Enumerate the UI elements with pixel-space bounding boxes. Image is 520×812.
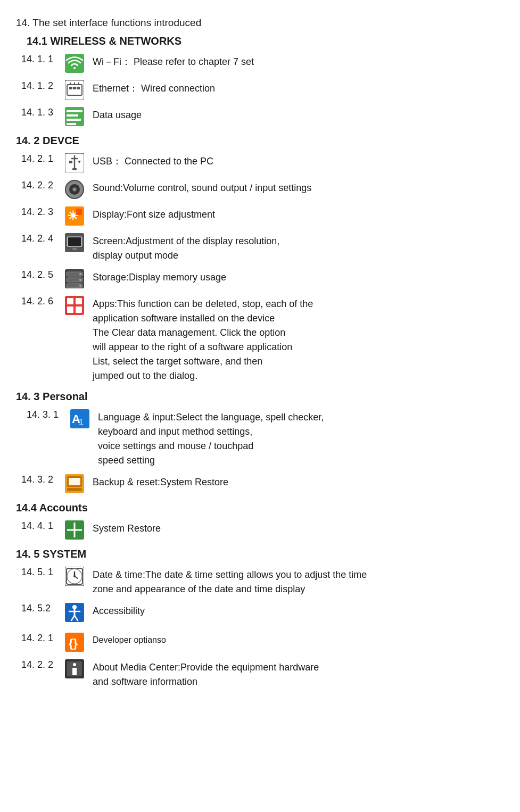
item-text-14-2-1: USB： Connected to the PC — [93, 152, 213, 169]
item-14-2-6: 14. 2. 6 Apps:This function can be delet… — [16, 295, 504, 383]
item-number-extra-1: 14. 2. 1 — [21, 632, 64, 644]
item-text-14-2-2: Sound:Volume control, sound output / inp… — [93, 179, 311, 195]
item-extra-1: 14. 2. 1 Developer optianso — [16, 632, 504, 653]
section-14-4-header: 14.4 Accounts — [16, 502, 504, 514]
developer-icon — [64, 632, 85, 653]
usb-icon — [64, 152, 85, 173]
screen-icon — [64, 232, 85, 253]
item-14-5-1: 14. 5. 1 Date & time:The date & time set… — [16, 566, 504, 596]
item-number-14-1-2: 14. 1. 2 — [21, 79, 64, 92]
accessibility-icon — [64, 602, 85, 623]
section-14-2-header: 14. 2 DEVCE — [16, 135, 504, 147]
item-text-14-2-5: Storage:Display memory usage — [93, 268, 226, 285]
item-text-14-5-2: Accessibility — [93, 602, 145, 618]
item-14-1-1: 14. 1. 1 Wi－Fi： Please refer to chapter … — [16, 53, 504, 74]
item-number-14-5-2: 14. 5.2 — [21, 602, 64, 614]
item-text-extra-1: Developer optianso — [93, 632, 166, 647]
item-text-14-2-4: Screen:Adjustment of the display resolut… — [93, 232, 279, 263]
item-extra-2: 14. 2. 2 About Media Center:Provide the … — [16, 658, 504, 689]
item-text-14-1-2: Ethernet： Wired connection — [93, 79, 215, 96]
item-14-1-2: 14. 1. 2 Ethernet： Wired connection — [16, 79, 504, 101]
item-number-14-2-5: 14. 2. 5 — [21, 268, 64, 280]
item-number-14-2-3: 14. 2. 3 — [21, 205, 64, 218]
item-14-1-3: 14. 1. 3 Data usage — [16, 106, 504, 127]
item-text-14-3-1: Language & input:Select the language, sp… — [98, 408, 324, 468]
item-14-2-5: 14. 2. 5 Storage:Display memory usage — [16, 268, 504, 289]
item-text-extra-2: About Media Center:Provide the equipment… — [93, 658, 319, 689]
section-14-1-header: 14.1 WIRELESS & NETWORKS — [27, 35, 504, 47]
item-number-14-2-1: 14. 2. 1 — [21, 152, 64, 164]
backup-icon — [64, 473, 85, 494]
item-14-5-2: 14. 5.2 Accessibility — [16, 602, 504, 623]
apps-icon — [64, 295, 85, 316]
item-14-2-4: 14. 2. 4 Screen:Adjustment of the displa… — [16, 232, 504, 263]
item-number-14-3-2: 14. 3. 2 — [21, 473, 64, 485]
item-text-14-2-3: Display:Font size adjustment — [93, 205, 215, 222]
item-number-14-2-2: 14. 2. 2 — [21, 179, 64, 191]
item-14-3-1: 14. 3. 1 Language & input:Select the lan… — [16, 408, 504, 468]
section-14-5-header: 14. 5 SYSTEM — [16, 548, 504, 560]
item-14-4-1: 14. 4. 1 System Restore — [16, 519, 504, 541]
item-number-14-1-3: 14. 1. 3 — [21, 106, 64, 118]
language-icon — [69, 408, 90, 429]
item-text-14-1-3: Data usage — [93, 106, 142, 122]
item-14-3-2: 14. 3. 2 Backup & reset:System Restore — [16, 473, 504, 494]
item-text-14-2-6: Apps:This function can be deleted, stop,… — [93, 295, 313, 383]
item-14-2-2: 14. 2. 2 Sound:Volume control, sound out… — [16, 179, 504, 200]
item-14-2-3: 14. 2. 3 Display:Font size adjustment — [16, 205, 504, 227]
item-number-14-1-1: 14. 1. 1 — [21, 53, 64, 65]
item-number-extra-2: 14. 2. 2 — [21, 658, 64, 670]
item-number-14-2-6: 14. 2. 6 — [21, 295, 64, 307]
intro-header: 14. The set interface functions introduc… — [16, 17, 504, 29]
item-number-14-5-1: 14. 5. 1 — [21, 566, 64, 578]
wifi-icon — [64, 53, 85, 74]
page-container: 14. The set interface functions introduc… — [16, 17, 504, 689]
item-number-14-4-1: 14. 4. 1 — [21, 519, 64, 532]
item-14-2-1: 14. 2. 1 USB： Connected to the PC — [16, 152, 504, 173]
datetime-icon — [64, 566, 85, 587]
about-icon — [64, 658, 85, 680]
item-text-14-1-1: Wi－Fi： Please refer to chapter 7 set — [93, 53, 254, 69]
item-text-14-5-1: Date & time:The date & time setting allo… — [93, 566, 367, 596]
data-usage-icon — [64, 106, 85, 127]
item-number-14-2-4: 14. 2. 4 — [21, 232, 64, 244]
item-text-14-4-1: System Restore — [93, 519, 161, 536]
storage-icon — [64, 268, 85, 289]
section-14-3-header: 14. 3 Personal — [16, 391, 504, 403]
item-number-14-3-1: 14. 3. 1 — [27, 408, 69, 420]
sound-icon — [64, 179, 85, 200]
accounts-icon — [64, 519, 85, 541]
display-icon — [64, 205, 85, 227]
ethernet-icon — [64, 79, 85, 101]
item-text-14-3-2: Backup & reset:System Restore — [93, 473, 228, 490]
